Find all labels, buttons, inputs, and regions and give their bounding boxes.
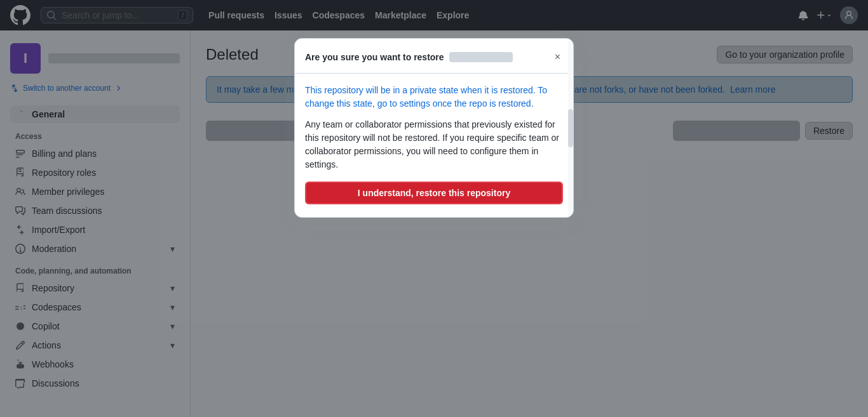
modal-repo-name-placeholder xyxy=(449,52,513,62)
modal-warning-text: This repository will be in a private sta… xyxy=(305,84,563,110)
modal-scrollbar-thumb xyxy=(568,109,573,147)
restore-confirmation-modal: Are you sure you want to restore × This … xyxy=(294,38,574,218)
modal-body-text: Any team or collaborator permissions tha… xyxy=(305,118,563,171)
modal-scrollbar xyxy=(568,39,573,217)
modal-header: Are you sure you want to restore × xyxy=(295,39,573,74)
modal-overlay: Are you sure you want to restore × This … xyxy=(0,0,868,417)
modal-close-button[interactable]: × xyxy=(552,49,563,65)
modal-confirm-button[interactable]: I understand, restore this repository xyxy=(305,182,563,204)
modal-title: Are you sure you want to restore xyxy=(305,52,513,62)
modal-title-text: Are you sure you want to restore xyxy=(305,52,444,62)
modal-body: This repository will be in a private sta… xyxy=(295,74,573,217)
